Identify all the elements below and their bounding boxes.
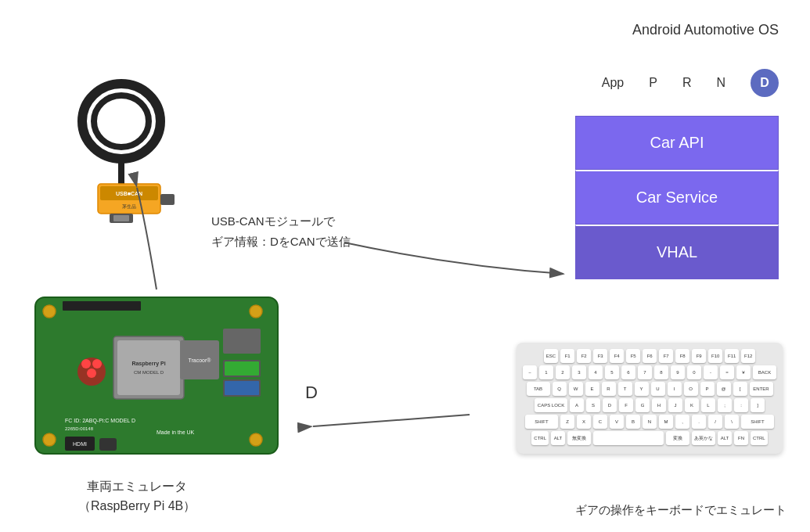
key-muhenkan: 無変換 (567, 431, 591, 445)
svg-point-12 (250, 305, 262, 318)
key-k: K (685, 398, 699, 412)
key-h: H (652, 398, 666, 412)
key-o: O (684, 382, 698, 396)
key-f6: F6 (643, 349, 657, 363)
key-4: 4 (589, 365, 603, 379)
key-i: I (668, 382, 682, 396)
keyboard-row-asdf: CAPS LOCK A S D F G H J K L ; : ] (523, 398, 776, 412)
api-panel: Car API Car Service VHAL (575, 116, 779, 279)
svg-rect-23 (225, 381, 259, 395)
keyboard-row-fn: ESC F1 F2 F3 F4 F5 F6 F7 F8 F9 F10 F11 F… (523, 349, 776, 363)
key-at: @ (717, 382, 731, 396)
key-period: . (692, 415, 706, 429)
svg-text:Made in the UK: Made in the UK (157, 430, 195, 435)
key-7: 7 (638, 365, 652, 379)
key-f9: F9 (692, 349, 706, 363)
raspberry-pi-board: Raspberry Pi CM MODEL D HDMI FC ID: 2ABQ… (27, 289, 293, 462)
key-f: F (619, 398, 633, 412)
svg-text:2265D:00148: 2265D:00148 (65, 426, 94, 431)
key-bracket: [ (733, 382, 747, 396)
svg-text:茅生品: 茅生品 (122, 204, 136, 209)
key-f4: F4 (610, 349, 624, 363)
svg-text:Raspberry Pi: Raspberry Pi (131, 361, 165, 367)
key-n: N (643, 415, 657, 429)
app-layer-row: App P R N D (602, 69, 779, 97)
android-os-title: Android Automotive OS (632, 22, 779, 38)
key-henkan: 変換 (666, 431, 689, 445)
key-8: 8 (654, 365, 668, 379)
car-service-box: Car Service (575, 170, 779, 225)
key-d: D (603, 398, 617, 412)
key-ctrl-right: CTRL (751, 431, 768, 445)
svg-text:FC ID: 2ABQ-Pi:C MODEL D: FC ID: 2ABQ-Pi:C MODEL D (65, 418, 135, 424)
key-f3: F3 (593, 349, 607, 363)
key-p: P (700, 382, 715, 396)
svg-rect-22 (225, 361, 259, 376)
rpi-label: 車両エミュレータ （RaspBerry Pi 4B） (78, 476, 196, 516)
key-rbracket: ] (751, 398, 765, 412)
gear-p: P (649, 76, 657, 90)
gear-r: R (682, 76, 692, 90)
svg-point-29 (81, 359, 91, 368)
svg-rect-19 (63, 301, 141, 311)
svg-text:CM MODEL D: CM MODEL D (134, 370, 164, 375)
keyboard-row-bottom: CTRL ALT 無変換 変換 あ英かな ALT FN CTRL (523, 431, 776, 445)
key-alt-left: ALT (551, 431, 565, 445)
svg-point-11 (43, 305, 56, 318)
key-f8: F8 (675, 349, 689, 363)
usb-can-device: USB■CAN 茅生品 (55, 78, 203, 227)
key-x: X (577, 415, 591, 429)
key-alt-right: ALT (718, 431, 732, 445)
key-shift-left: SHIFT (525, 415, 558, 429)
key-equal: = (720, 365, 734, 379)
svg-point-13 (43, 433, 56, 446)
key-f5: F5 (626, 349, 640, 363)
d-gear-label: D (305, 383, 318, 403)
key-f2: F2 (577, 349, 591, 363)
keyboard-row-numbers: ~ 1 2 3 4 5 6 7 8 9 0 - = ¥ BACK (523, 365, 776, 379)
key-esc: ESC (544, 349, 558, 363)
key-colon: : (734, 398, 748, 412)
key-1: 1 (539, 365, 553, 379)
key-f1: F1 (560, 349, 574, 363)
svg-rect-27 (99, 438, 117, 451)
usb-can-label: USB-CANモジュールで ギア情報：DをCANで送信 (211, 211, 351, 251)
gear-d-active: D (751, 69, 779, 97)
svg-point-1 (94, 95, 149, 147)
key-backspace: BACK (753, 365, 776, 379)
key-minus: - (704, 365, 718, 379)
key-u: U (651, 382, 665, 396)
key-capslock: CAPS LOCK (535, 398, 567, 412)
key-t: T (618, 382, 632, 396)
key-z: Z (560, 415, 574, 429)
key-0: 0 (687, 365, 701, 379)
key-5: 5 (605, 365, 619, 379)
key-ctrl-left: CTRL (531, 431, 549, 445)
keyboard-area: ESC F1 F2 F3 F4 F5 F6 F7 F8 F9 F10 F11 F… (517, 343, 783, 454)
key-enter: ENTER (750, 382, 773, 396)
key-3: 3 (572, 365, 586, 379)
key-c: C (593, 415, 607, 429)
key-r: R (602, 382, 616, 396)
svg-text:HDMI: HDMI (73, 441, 87, 447)
key-2: 2 (556, 365, 570, 379)
svg-rect-16 (117, 340, 180, 395)
key-f11: F11 (725, 349, 739, 363)
key-tilde: ~ (523, 365, 537, 379)
key-b: B (626, 415, 640, 429)
key-q: Q (553, 382, 567, 396)
keyboard-label: ギアの操作をキーボードでエミュレート (575, 503, 787, 518)
key-f7: F7 (659, 349, 673, 363)
keyboard: ESC F1 F2 F3 F4 F5 F6 F7 F8 F9 F10 F11 F… (517, 343, 783, 454)
key-space (593, 431, 664, 445)
key-s: S (586, 398, 600, 412)
app-label: App (602, 76, 624, 90)
keyboard-row-qwerty: TAB Q W E R T Y U I O P @ [ ENTER (523, 382, 776, 396)
svg-point-31 (87, 368, 96, 378)
key-6: 6 (621, 365, 635, 379)
key-9: 9 (671, 365, 685, 379)
key-semi: ; (718, 398, 732, 412)
svg-text:USB■CAN: USB■CAN (116, 191, 142, 196)
key-w: W (569, 382, 583, 396)
key-j: J (668, 398, 682, 412)
